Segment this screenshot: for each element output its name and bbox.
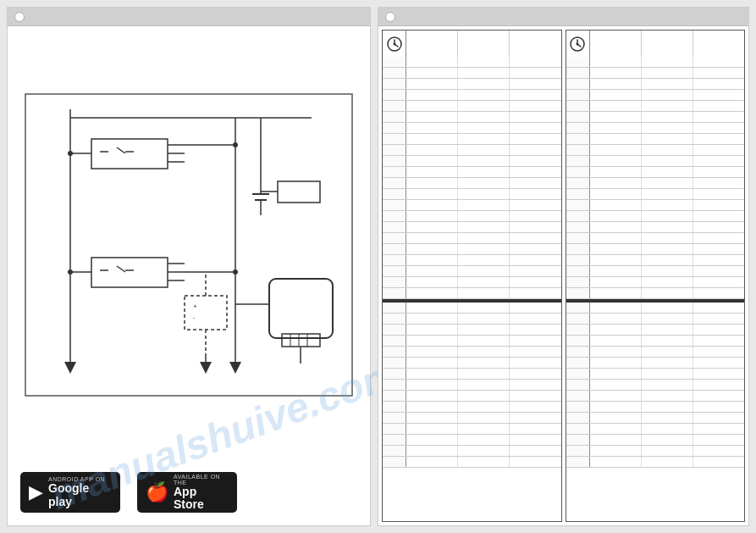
right-bottom-rows-container xyxy=(566,303,745,468)
svg-rect-19 xyxy=(278,181,320,203)
wiring-diagram: + - xyxy=(24,92,354,397)
table-cell xyxy=(693,79,744,89)
right-col-header-3 xyxy=(693,31,744,57)
table-left-col xyxy=(382,30,562,522)
left-bottom-rows-container xyxy=(383,303,561,468)
table-cell xyxy=(458,200,510,210)
left-top-rows-container xyxy=(383,57,561,299)
table-cell xyxy=(510,457,560,467)
table-row xyxy=(566,57,745,68)
table-cell-index xyxy=(566,123,590,133)
table-cell xyxy=(693,123,744,133)
table-cell xyxy=(406,435,458,445)
left-table-icon xyxy=(386,36,403,53)
table-cell xyxy=(510,90,560,100)
table-cell xyxy=(510,123,560,133)
right-table-icon xyxy=(569,36,586,53)
table-cell xyxy=(510,79,560,89)
table-cell xyxy=(590,446,642,456)
table-row xyxy=(383,57,561,68)
table-row xyxy=(566,369,745,380)
left-page-header xyxy=(8,8,370,26)
table-cell xyxy=(458,244,510,254)
table-cell-index xyxy=(383,446,406,456)
table-cell xyxy=(642,347,693,357)
table-cell xyxy=(590,369,642,379)
table-row xyxy=(566,424,745,435)
table-cell xyxy=(406,266,458,276)
svg-rect-21 xyxy=(91,258,168,287)
table-cell xyxy=(510,101,560,111)
table-cell xyxy=(510,435,560,445)
table-cell xyxy=(642,424,693,434)
table-cell xyxy=(590,380,642,390)
table-cell xyxy=(693,112,744,122)
table-cell xyxy=(458,336,510,346)
table-cell xyxy=(406,244,458,254)
table-row xyxy=(383,233,561,244)
table-cell xyxy=(590,244,642,254)
table-cell xyxy=(510,358,560,368)
table-cell xyxy=(590,189,642,199)
table-row xyxy=(383,200,561,211)
table-cell xyxy=(590,413,642,423)
table-row xyxy=(383,255,561,266)
table-cell-index xyxy=(566,255,590,265)
table-cell xyxy=(510,347,560,357)
table-row xyxy=(566,200,745,211)
table-cell xyxy=(458,424,510,434)
svg-point-52 xyxy=(393,42,395,45)
table-cell xyxy=(590,402,642,412)
page-circle-left xyxy=(14,12,25,22)
table-cell-index xyxy=(566,167,590,177)
google-play-badge[interactable]: ▶ ANDROID APP ON Google play xyxy=(20,472,120,513)
left-top-rows xyxy=(382,57,562,299)
table-cell xyxy=(590,336,642,346)
table-row xyxy=(566,211,745,222)
svg-line-23 xyxy=(117,266,125,272)
table-cell xyxy=(693,347,744,357)
table-cell xyxy=(590,211,642,221)
table-cell-index xyxy=(566,277,590,287)
table-cell xyxy=(458,446,510,456)
table-cell-index xyxy=(566,435,590,445)
table-cell-index xyxy=(566,303,590,313)
table-cell-index xyxy=(566,134,590,144)
app-store-badge[interactable]: 🍎 Available on the App Store xyxy=(137,472,237,513)
table-cell xyxy=(642,211,693,221)
table-right-col xyxy=(566,30,746,522)
table-cell-index xyxy=(566,68,590,78)
table-row xyxy=(383,244,561,255)
table-cell xyxy=(642,57,693,67)
table-cell xyxy=(693,145,744,155)
table-cell-index xyxy=(383,178,406,188)
table-row xyxy=(566,358,745,369)
table-row xyxy=(383,189,561,200)
google-play-main-label: Google play xyxy=(48,482,112,508)
table-cell xyxy=(458,178,510,188)
svg-marker-50 xyxy=(229,362,241,374)
table-row xyxy=(566,266,745,277)
table-row xyxy=(383,402,561,413)
table-cell-index xyxy=(566,112,590,122)
table-cell xyxy=(406,277,458,287)
table-cell-index xyxy=(566,178,590,188)
table-cell xyxy=(693,57,744,67)
table-row xyxy=(566,402,745,413)
table-row xyxy=(383,369,561,380)
table-cell xyxy=(642,200,693,210)
table-cell-index xyxy=(383,413,406,423)
table-cell-index xyxy=(383,303,406,313)
table-cell-index xyxy=(566,189,590,199)
table-cell xyxy=(510,369,560,379)
table-cell xyxy=(693,134,744,144)
table-cell-index xyxy=(383,255,406,265)
table-cell xyxy=(406,336,458,346)
table-cell xyxy=(590,57,642,67)
table-cell xyxy=(406,57,458,67)
table-cell-index xyxy=(383,134,406,144)
table-cell xyxy=(693,380,744,390)
table-row xyxy=(383,314,561,325)
table-cell-index xyxy=(566,457,590,467)
table-cell-index xyxy=(566,266,590,276)
